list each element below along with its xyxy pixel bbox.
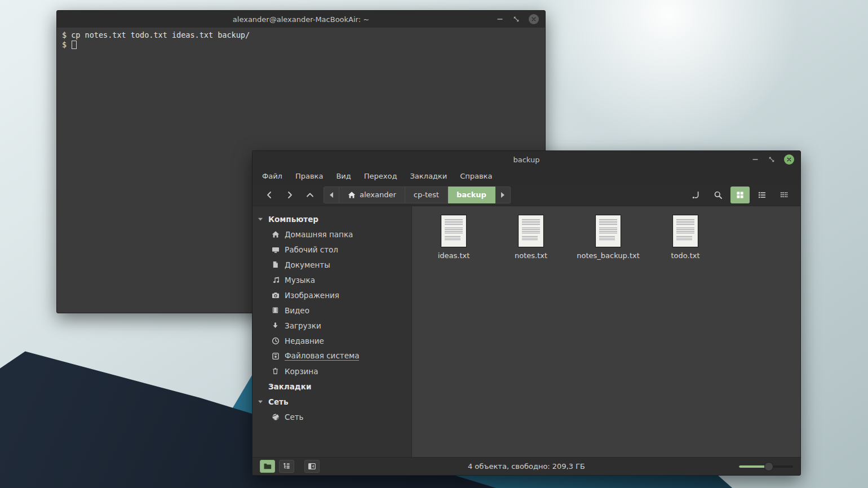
sidebar-item-network[interactable]: Сеть [253,409,411,424]
file-manager-titlebar[interactable]: backup [253,151,800,168]
sidebar-item-label: Сеть [285,412,304,422]
breadcrumb: alexandercp-testbackup [324,187,511,203]
breadcrumb-label: alexander [360,190,396,199]
list-view-button[interactable] [752,187,772,203]
menu-item-help[interactable]: Справка [460,172,492,180]
status-text: 4 объекта, свободно: 209,3 ГБ [468,462,585,471]
sidebar-item-label: Изображения [285,291,339,300]
file-item[interactable]: ideas.txt [420,215,488,260]
zoom-slider-handle[interactable] [764,462,773,471]
compact-view-icon [780,190,789,199]
statusbar: 4 объекта, свободно: 209,3 ГБ [253,457,800,475]
file-name: todo.txt [671,251,699,260]
file-manager-maximize-button[interactable] [768,156,776,163]
up-button[interactable] [300,187,320,203]
sidebar-item-music[interactable]: Музыка [253,272,411,287]
breadcrumb-label: cp-test [414,190,439,199]
file-grid[interactable]: ideas.txtnotes.txtnotes_backup.txttodo.t… [412,206,800,457]
file-manager-close-button[interactable] [784,154,794,165]
file-item[interactable]: notes.txt [497,215,565,260]
compact-view-button[interactable] [774,187,794,203]
menu-item-view[interactable]: Вид [336,172,351,180]
file-manager-title: backup [253,156,800,164]
file-manager-window: backup ФайлПравкаВидПереходЗакладкиСправ… [252,150,801,476]
menu-item-file[interactable]: Файл [262,172,282,180]
menu-item-go[interactable]: Переход [364,172,397,180]
expander-down-icon[interactable] [258,399,263,405]
text-lines [599,228,617,234]
trash-icon [271,367,280,375]
sidebar-item-trash[interactable]: Корзина [253,363,411,379]
file-manager-minimize-button[interactable] [751,156,759,163]
hide-panel-button[interactable] [304,460,320,473]
sidebar-item-filesystem[interactable]: Файловая система [253,348,411,363]
file-item[interactable]: todo.txt [652,215,719,260]
search-button[interactable] [708,187,728,203]
terminal-maximize-button[interactable] [512,15,520,23]
triangle-left-icon [329,192,334,198]
treeview-button[interactable] [279,460,294,473]
sidebar-item-label: Файловая система [285,351,359,361]
breadcrumb-cp-test[interactable]: cp-test [405,187,448,203]
grid-view-button[interactable] [730,187,750,203]
text-lines [522,228,540,234]
film-icon [271,307,280,314]
file-name: notes_backup.txt [577,251,640,260]
triangle-right-icon [501,192,505,198]
zoom-slider[interactable] [739,462,793,471]
terminal-close-button[interactable] [529,14,539,24]
terminal-minimize-button[interactable] [496,15,504,23]
text-lines [445,228,463,234]
desktop: alexander@alexander-MacBookAir: ~ $cp no… [0,0,868,488]
sidebar-item-label: Загрузки [285,321,321,330]
home-icon [271,230,280,238]
chevron-up-icon [305,190,315,199]
clock-icon [271,337,280,345]
menu-item-bookmarks[interactable]: Закладки [410,172,447,180]
sidebar-item-videos[interactable]: Видео [253,303,411,318]
text-file-icon [441,215,467,247]
sidebar-section-computer[interactable]: Компьютер [253,211,411,227]
edit-location-button[interactable] [687,187,706,203]
terminal-line-current: $ [62,40,540,50]
breadcrumb-alexander[interactable]: alexander [339,187,405,203]
sidebar-section-network[interactable]: Сеть [253,394,411,409]
sidebar-item-home[interactable]: Домашняя папка [253,227,411,242]
sidebar: КомпьютерДомашняя папкаРабочий столДокум… [253,206,412,457]
forward-button[interactable] [280,187,300,203]
breadcrumb-scroll-left-button[interactable] [324,187,339,203]
sidebar-item-pictures[interactable]: Изображения [253,287,411,303]
text-file-icon [518,215,544,247]
sidebar-item-documents[interactable]: Документы [253,257,411,272]
tree-icon [282,462,291,471]
toolbar: alexandercp-testbackup [253,184,800,206]
expander-down-icon[interactable] [258,216,263,222]
sidebar-section-label: Компьютер [268,215,318,224]
chevron-left-icon [265,190,274,199]
sidebar-item-desktop[interactable]: Рабочий стол [253,242,411,257]
menu-item-edit[interactable]: Правка [295,172,323,180]
download-icon [271,322,280,329]
sidebar-section-bookmarks[interactable]: Закладки [253,379,411,394]
places-button[interactable] [260,460,275,473]
chevron-right-icon [285,190,294,199]
sidebar-item-label: Недавние [285,336,324,345]
text-lines [676,228,694,234]
sidebar-item-recent[interactable]: Недавние [253,333,411,348]
terminal-titlebar[interactable]: alexander@alexander-MacBookAir: ~ [57,11,545,28]
grid-view-icon [736,190,745,199]
sidebar-section-label: Закладки [268,382,311,391]
terminal-title: alexander@alexander-MacBookAir: ~ [57,15,545,24]
sidebar-section-label: Сеть [268,397,288,406]
file-item[interactable]: notes_backup.txt [574,215,642,260]
sidebar-item-label: Домашняя папка [285,230,353,239]
breadcrumb-scroll-right-button[interactable] [495,187,511,203]
sidebar-item-label: Рабочий стол [285,245,338,254]
back-button[interactable] [259,187,280,203]
breadcrumb-backup[interactable]: backup [448,187,495,203]
text-lines [599,219,617,226]
music-icon [271,276,280,284]
breadcrumb-label: backup [457,190,486,199]
sidebar-item-downloads[interactable]: Загрузки [253,318,411,333]
text-lines [522,236,538,241]
